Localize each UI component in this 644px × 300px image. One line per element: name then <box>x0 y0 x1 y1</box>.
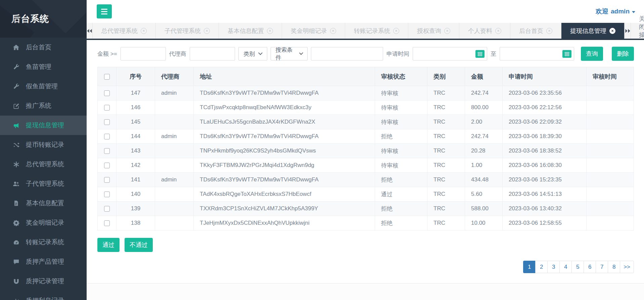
page-button-8[interactable]: 8 <box>608 261 620 273</box>
sidebar-item-label: 质押产品管理 <box>26 257 64 266</box>
apply-time-to-input[interactable] <box>501 48 561 59</box>
menu-toggle-button[interactable] <box>97 4 112 18</box>
row-checkbox[interactable] <box>104 105 110 111</box>
tab-后台首页[interactable]: 后台首页× <box>510 23 561 39</box>
tab-close-icon[interactable]: × <box>444 28 450 34</box>
tab-子代管理系统[interactable]: 子代管理系统× <box>156 23 219 39</box>
sidebar-item-奖金明细记录[interactable]: 奖金明细记录 <box>0 213 87 232</box>
agent-input[interactable] <box>190 47 235 60</box>
sidebar-item-提币转账记录[interactable]: 提币转账记录 <box>0 135 87 155</box>
type-select[interactable]: 类别 <box>238 47 267 60</box>
cell-status: 待审核 <box>375 100 427 115</box>
type-select-value: 类别 <box>243 50 255 58</box>
tab-授权查询[interactable]: 授权查询× <box>408 23 459 39</box>
sidebar-item-假鱼苗管理[interactable]: 假鱼苗管理 <box>0 77 87 96</box>
tab-label: 基本信息配置 <box>228 27 264 35</box>
sidebar-item-转账记录系统[interactable]: 转账记录系统 <box>0 232 87 252</box>
tab-转账记录系统[interactable]: 转账记录系统× <box>345 23 408 39</box>
tab-个人资料[interactable]: 个人资料× <box>459 23 510 39</box>
cell-type: TRC <box>427 202 465 216</box>
search-value-input[interactable] <box>311 47 383 60</box>
cell-serial: 147 <box>117 86 155 100</box>
sidebar-item-质押利息记录[interactable]: 质押利息记录 <box>0 291 87 300</box>
cell-apply-time: 2023-03-06 18:38:52 <box>503 144 587 158</box>
cell-apply-time: 2023-03-06 14:51:13 <box>503 187 587 202</box>
tab-基本信息配置[interactable]: 基本信息配置× <box>219 23 282 39</box>
row-checkbox[interactable] <box>104 90 110 96</box>
cell-apply-time: 2023-03-06 22:09:32 <box>503 115 587 129</box>
calendar-icon[interactable] <box>475 50 485 58</box>
chevron-down-icon <box>258 51 263 55</box>
cell-serial: 146 <box>117 100 155 115</box>
cell-agent: admin <box>155 129 194 144</box>
row-checkbox[interactable] <box>104 177 110 183</box>
sidebar-item-提现信息管理[interactable]: 提现信息管理 <box>0 116 87 135</box>
wrench-icon <box>12 83 20 90</box>
cell-agent <box>155 187 194 202</box>
wrench-icon <box>12 64 20 70</box>
calendar-icon[interactable] <box>562 50 571 58</box>
row-checkbox[interactable] <box>104 134 110 139</box>
sidebar-item-鱼苗管理[interactable]: 鱼苗管理 <box>0 57 87 77</box>
scroll-tabs-right-button[interactable] <box>625 23 631 39</box>
reject-button[interactable]: 不通过 <box>125 238 153 252</box>
cell-agent <box>155 158 194 173</box>
cell-agent: admin <box>155 173 194 187</box>
sidebar-item-总代管理系统[interactable]: 总代管理系统 <box>0 155 87 174</box>
sidebar: 后台系统 后台首页鱼苗管理假鱼苗管理推广系统提现信息管理提币转账记录总代管理系统… <box>0 0 87 300</box>
file-icon <box>12 200 20 206</box>
sidebar-item-基本信息配置[interactable]: 基本信息配置 <box>0 194 87 213</box>
tab-close-icon[interactable]: × <box>546 28 552 34</box>
cell-serial: 141 <box>117 173 155 187</box>
cell-apply-time: 2023-03-06 16:08:30 <box>503 158 587 173</box>
row-checkbox[interactable] <box>104 148 110 154</box>
tab-close-icon[interactable]: × <box>267 28 273 34</box>
tab-奖金明细记录[interactable]: 奖金明细记录× <box>282 23 345 39</box>
page-button-5[interactable]: 5 <box>571 261 584 273</box>
page-button-2[interactable]: 2 <box>535 261 548 273</box>
cell-review-time <box>587 129 634 144</box>
search-condition-select[interactable]: 搜索条件 <box>271 47 308 60</box>
query-button[interactable]: 查询 <box>581 47 603 61</box>
page-button-4[interactable]: 4 <box>559 261 572 273</box>
cell-status: 拒绝 <box>375 173 427 187</box>
welcome-label: 欢迎 <box>596 7 608 16</box>
scroll-tabs-left-button[interactable] <box>87 23 93 39</box>
row-checkbox[interactable] <box>104 163 110 168</box>
row-checkbox[interactable] <box>104 206 110 212</box>
delete-button[interactable]: 删除 <box>612 47 634 61</box>
row-checkbox[interactable] <box>104 119 110 125</box>
user-menu[interactable]: 欢迎 admin <box>596 7 635 16</box>
row-checkbox[interactable] <box>104 191 110 197</box>
sidebar-item-子代管理系统[interactable]: 子代管理系统 <box>0 174 87 194</box>
sidebar-item-后台首页[interactable]: 后台首页 <box>0 38 87 57</box>
content-footer <box>87 283 644 300</box>
sidebar-item-质押产品管理[interactable]: 质押产品管理 <box>0 252 87 271</box>
tab-close-icon[interactable]: × <box>204 28 210 34</box>
tab-close-icon[interactable]: × <box>393 28 399 34</box>
select-all-checkbox[interactable] <box>104 74 110 80</box>
sidebar-item-推广系统[interactable]: 推广系统 <box>0 96 87 116</box>
tab-提现信息管理[interactable]: 提现信息管理× <box>561 23 625 39</box>
sidebar-item-label: 假鱼苗管理 <box>26 82 58 91</box>
row-checkbox[interactable] <box>104 220 110 226</box>
approve-button[interactable]: 通过 <box>97 238 120 252</box>
page-button-3[interactable]: 3 <box>547 261 560 273</box>
cell-serial: 139 <box>117 202 155 216</box>
sidebar-item-质押记录管理[interactable]: 质押记录管理 <box>0 271 87 291</box>
apply-time-from-input[interactable] <box>414 48 474 59</box>
tab-close-icon[interactable]: × <box>330 28 336 34</box>
cell-agent <box>155 115 194 129</box>
page-button->>[interactable]: >> <box>620 261 634 273</box>
page-button-6[interactable]: 6 <box>584 261 596 273</box>
cell-review-time <box>587 173 634 187</box>
close-operations-dropdown[interactable]: 关闭操作 <box>631 23 644 39</box>
tab-close-icon[interactable]: × <box>609 28 615 34</box>
tab-close-icon[interactable]: × <box>495 28 501 34</box>
page-button-7[interactable]: 7 <box>596 261 608 273</box>
cell-serial: 140 <box>117 187 155 202</box>
page-button-1[interactable]: 1 <box>523 261 536 273</box>
amount-input[interactable] <box>121 47 166 60</box>
tab-总代管理系统[interactable]: 总代管理系统× <box>93 23 156 39</box>
tab-close-icon[interactable]: × <box>141 28 147 34</box>
